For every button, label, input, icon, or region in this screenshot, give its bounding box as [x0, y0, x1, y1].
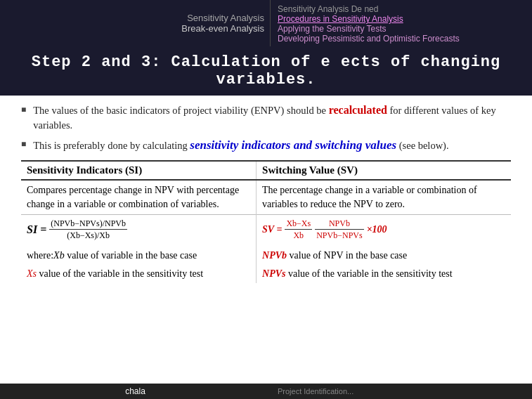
- footer-left: chala: [0, 384, 271, 399]
- where-npvs-line: NPVs value of the variable in the sensit…: [262, 267, 505, 281]
- bullet-1-highlight: recalculated: [329, 104, 387, 116]
- bullet-2-highlight: sensitivity indicators and switching val…: [190, 138, 396, 152]
- where-npvb-line: NPVb value of NPV in the base case: [262, 249, 505, 263]
- bullet-item-2: ■ This is preferably done by calculating…: [21, 137, 511, 154]
- sv-formula-container: SV = Xb−Xs Xb NPVb NPVb−NPVs ×100: [262, 218, 505, 242]
- main-content: ■ The values of the basic indicators of …: [0, 96, 532, 283]
- nav-right: Sensitivity Analysis De ned Procedures i…: [271, 0, 532, 46]
- table-cell-where-right: NPVb value of NPV in the base case NPVs …: [257, 244, 511, 283]
- bullet-1-before: The values of the basic indicators of pr…: [33, 105, 328, 116]
- si-label: SI =: [27, 222, 46, 237]
- table-cell-si-formula: SI = (NPVb−NPVs)/NPVb (Xb−Xs)/Xb: [21, 214, 257, 244]
- nav-sensitivity-analysis[interactable]: Sensitivity Analysis: [187, 13, 264, 23]
- footer: chala Project Identification...: [0, 384, 532, 399]
- sv-frac1-num: Xb−Xs: [285, 218, 312, 230]
- table-header-si: Sensitivity Indicators (SI): [21, 161, 257, 180]
- footer-right: Project Identification...: [271, 384, 532, 399]
- nav-link-1[interactable]: Sensitivity Analysis De ned: [278, 4, 525, 14]
- where-npvb-desc: value of NPV in the base case: [287, 250, 407, 261]
- sv-frac2-den: NPVb−NPVs: [315, 230, 363, 242]
- sv-frac2: NPVb NPVb−NPVs: [315, 218, 363, 242]
- table-cell-sv-desc: The percentage change in a variable or c…: [257, 180, 511, 214]
- where-xs-desc: value of the variable in the sensitivity…: [37, 268, 203, 279]
- nav-left: Sensitivity Analysis Break-even Analysis: [0, 0, 271, 46]
- table-row-formula: SI = (NPVb−NPVs)/NPVb (Xb−Xs)/Xb SV = Xb…: [21, 214, 511, 244]
- table-row-desc: Compares percentage change in NPV with p…: [21, 180, 511, 214]
- si-denominator: (Xb−Xs)/Xb: [49, 230, 127, 242]
- si-fraction: (NPVb−NPVs)/NPVb (Xb−Xs)/Xb: [49, 218, 127, 242]
- sv-label: SV =: [262, 223, 282, 237]
- bullet-2-after: (see below).: [396, 140, 448, 151]
- bullet-2-before: This is preferably done by calculating: [33, 140, 190, 151]
- table-row-where: where:Xb value of variable in the base c…: [21, 244, 511, 283]
- top-navigation: Sensitivity Analysis Break-even Analysis…: [0, 0, 532, 46]
- si-numerator: (NPVb−NPVs)/NPVb: [49, 218, 127, 230]
- table-cell-si-desc: Compares percentage change in NPV with p…: [21, 180, 257, 214]
- where-npvb: NPVb: [262, 250, 287, 261]
- table-cell-where-left: where:Xb value of variable in the base c…: [21, 244, 257, 283]
- table-cell-sv-formula: SV = Xb−Xs Xb NPVb NPVb−NPVs ×100: [257, 214, 511, 244]
- page-title: Step 2 and 3: Calculation of e ects of c…: [0, 46, 532, 96]
- nav-link-3[interactable]: Applying the Sensitivity Tests: [278, 24, 525, 34]
- si-formula-container: SI = (NPVb−NPVs)/NPVb (Xb−Xs)/Xb: [27, 218, 250, 242]
- sv-times: ×100: [367, 223, 387, 237]
- where-npvs: NPVs: [262, 268, 285, 279]
- comparison-table: Sensitivity Indicators (SI) Switching Va…: [21, 160, 511, 283]
- sv-frac1-den: Xb: [285, 230, 312, 242]
- where-npvs-desc: value of the variable in the sensitivity…: [286, 268, 453, 279]
- where-xs: Xs: [27, 268, 37, 279]
- nav-link-2[interactable]: Procedures in Sensitivity Analysis: [278, 14, 525, 24]
- bullet-icon-2: ■: [21, 138, 26, 150]
- where-xb: Xb: [53, 250, 65, 261]
- bullet-icon-1: ■: [21, 104, 26, 116]
- sv-frac2-num: NPVb: [315, 218, 363, 230]
- nav-break-even[interactable]: Break-even Analysis: [181, 23, 264, 34]
- bullet-text-2: This is preferably done by calculating s…: [33, 137, 448, 154]
- bullet-section: ■ The values of the basic indicators of …: [21, 103, 511, 153]
- where-xb-line: where:Xb value of variable in the base c…: [27, 249, 250, 263]
- sv-frac1: Xb−Xs Xb: [285, 218, 312, 242]
- nav-link-4[interactable]: Developing Pessimistic and Optimistic Fo…: [278, 34, 525, 44]
- where-label: where:: [27, 250, 53, 261]
- bullet-item-1: ■ The values of the basic indicators of …: [21, 103, 511, 133]
- where-xb-desc: value of variable in the base case: [65, 250, 197, 261]
- bullet-text-1: The values of the basic indicators of pr…: [33, 103, 511, 133]
- where-xs-line: Xs value of the variable in the sensitiv…: [27, 267, 250, 281]
- table-header-sv: Switching Value (SV): [257, 161, 511, 180]
